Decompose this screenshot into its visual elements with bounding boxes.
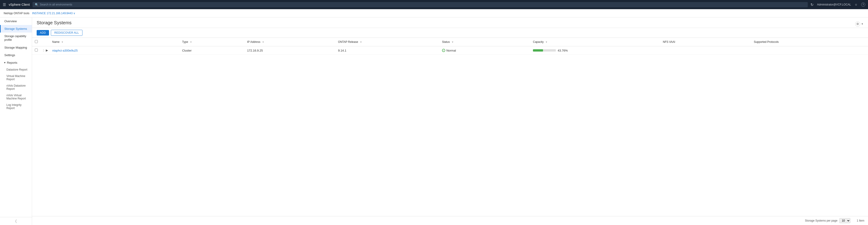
chevron-down-icon: ▼ [4, 61, 6, 64]
ip-filter-icon[interactable]: ▼ [262, 41, 264, 43]
status-label: Normal [446, 49, 456, 52]
nfs-vaai-col-header: NFS VAAI [660, 38, 751, 46]
breadcrumb-instance[interactable]: INSTANCE 172.21.166.149:8443 ∨ [32, 12, 75, 15]
type-col-header[interactable]: Type ▼ [179, 38, 244, 46]
sidebar-item-vvols-datastore-report[interactable]: vVols Datastore Report [0, 83, 32, 92]
sidebar-item-overview[interactable]: Overview [0, 18, 32, 25]
storage-systems-table-container: Name ▼ Type ▼ IP Address ▼ ONTAP Relea [32, 38, 868, 216]
capacity-bar-background [533, 49, 556, 52]
search-icon: 🔍 [35, 3, 38, 6]
ip-col-header[interactable]: IP Address ▼ [244, 38, 335, 46]
row-ontap-cell: 9.14.1 [335, 46, 439, 55]
sidebar-item-settings[interactable]: Settings [0, 51, 32, 59]
search-bar[interactable]: 🔍 Search in all environments [33, 2, 808, 7]
add-button[interactable]: ADD [37, 30, 49, 35]
row-status-cell: Normal [439, 46, 530, 55]
expand-col-header [40, 38, 50, 46]
content-area: Storage Systems ⚙ ▼ ADD REDISCOVER ALL [32, 18, 868, 225]
face-icon[interactable]: ☺ [855, 3, 858, 6]
collapse-icon: 〈 [16, 219, 17, 223]
row-protocols-cell [751, 46, 868, 55]
row-name-cell[interactable]: ntaphci-a300e9u25 [50, 46, 179, 55]
capacity-bar-fill [533, 49, 543, 52]
dropdown-arrow: ▼ [861, 23, 863, 25]
name-col-header[interactable]: Name ▼ [50, 38, 179, 46]
status-normal-indicator: Normal [442, 49, 527, 52]
row-capacity-cell: 43.76% [530, 46, 660, 55]
name-filter-icon[interactable]: ▼ [61, 41, 63, 43]
reports-label: Reports [7, 61, 18, 64]
status-col-header[interactable]: Status ▼ [439, 38, 530, 46]
search-placeholder: Search in all environments [40, 3, 72, 6]
navbar: ☰ vSphere Client 🔍 Search in all environ… [0, 0, 868, 9]
row-checkbox-cell[interactable] [32, 46, 40, 55]
select-all-checkbox[interactable] [35, 40, 38, 43]
storage-systems-table: Name ▼ Type ▼ IP Address ▼ ONTAP Relea [32, 38, 868, 55]
sidebar-item-log-integrity-report[interactable]: Log Integrity Report [0, 102, 32, 111]
app-logo: vSphere Client [9, 3, 30, 6]
user-info[interactable]: Administrator@VCF.LOCAL [817, 3, 851, 6]
rediscover-all-button[interactable]: REDISCOVER ALL [51, 30, 83, 36]
ontap-col-header[interactable]: ONTAP Release ▼ [335, 38, 439, 46]
per-page-label: Storage Systems per page [805, 219, 838, 222]
hamburger-icon[interactable]: ☰ [3, 2, 6, 7]
row-ip-cell: 172.16.9.25 [244, 46, 335, 55]
table-row: ⋮ ▶ ntaphci-a300e9u25 Cluster 172.16.9.2… [32, 46, 868, 55]
sidebar-item-storage-mapping[interactable]: Storage Mapping [0, 44, 32, 51]
item-count: 1 Item [857, 219, 864, 222]
sidebar-item-datastore-report[interactable]: Datastore Report [0, 66, 32, 73]
navbar-right: ↻ Administrator@VCF.LOCAL ☺ ? [810, 2, 866, 7]
sidebar: Overview Storage Systems Storage capabil… [0, 18, 32, 225]
capacity-col-header[interactable]: Capacity ▼ [530, 38, 660, 46]
protocols-col-header: Supported Protocols [751, 38, 868, 46]
status-filter-icon[interactable]: ▼ [452, 41, 454, 43]
table-header-row: Name ▼ Type ▼ IP Address ▼ ONTAP Relea [32, 38, 868, 46]
help-icon[interactable]: ? [861, 2, 865, 7]
breadcrumb-app-name: NetApp ONTAP tools [4, 12, 29, 15]
main-layout: Overview Storage Systems Storage capabil… [0, 18, 868, 225]
toolbar: ADD REDISCOVER ALL [32, 28, 868, 38]
per-page-select[interactable]: 10 25 50 [839, 218, 850, 223]
page-options-icon[interactable]: ⚙ ▼ [855, 22, 863, 27]
capacity-filter-icon[interactable]: ▼ [545, 41, 548, 43]
page-header: Storage Systems ⚙ ▼ [32, 18, 868, 28]
capacity-percent-label: 43.76% [558, 49, 568, 52]
breadcrumb: NetApp ONTAP tools INSTANCE 172.21.166.1… [0, 9, 868, 18]
type-filter-icon[interactable]: ▼ [190, 41, 192, 43]
row-expand-icon[interactable]: ▶ [46, 49, 48, 52]
capacity-bar: 43.76% [533, 49, 657, 52]
row-menu-icon[interactable]: ⋮ [42, 49, 45, 52]
sidebar-item-storage-capability-profile[interactable]: Storage capability profile [0, 32, 32, 44]
sidebar-item-storage-systems[interactable]: Storage Systems [0, 25, 32, 32]
row-nfs-vaai-cell [660, 46, 751, 55]
select-all-checkbox-cell[interactable] [32, 38, 40, 46]
settings-circle-icon: ⚙ [855, 22, 860, 27]
sidebar-item-vvols-vm-report[interactable]: vVols Virtual Machine Report [0, 92, 32, 102]
ontap-filter-icon[interactable]: ▼ [360, 41, 362, 43]
row-type-cell: Cluster [179, 46, 244, 55]
status-dot-icon [442, 49, 445, 52]
row-checkbox[interactable] [35, 49, 38, 52]
refresh-icon[interactable]: ↻ [810, 2, 813, 7]
app-name: vSphere Client [9, 3, 30, 6]
sidebar-reports-section[interactable]: ▼ Reports [0, 59, 32, 66]
row-menu-expand-cell[interactable]: ⋮ ▶ [40, 46, 50, 54]
sidebar-item-vm-report[interactable]: Virtual Machine Report [0, 73, 32, 83]
page-title: Storage Systems [37, 20, 71, 28]
sidebar-collapse-toggle[interactable]: 〈 [0, 217, 32, 225]
table-footer: Storage Systems per page 10 25 50 1 Item [32, 216, 868, 225]
